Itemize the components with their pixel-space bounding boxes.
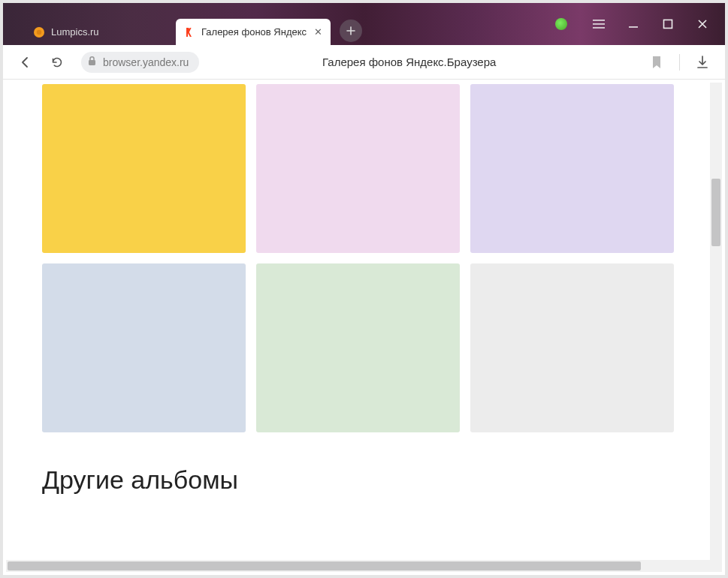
close-icon[interactable]: ✕ <box>313 27 323 38</box>
window-controls <box>555 3 725 45</box>
color-card[interactable] <box>470 263 674 432</box>
horizontal-scroll-thumb[interactable] <box>8 561 641 570</box>
page-title: Галерея фонов Яндекс.Браузера <box>216 56 633 68</box>
menu-icon[interactable] <box>591 17 606 32</box>
color-card[interactable] <box>470 84 674 253</box>
titlebar: Lumpics.ru Галерея фонов Яндекс ✕ <box>3 3 725 45</box>
tab-title: Галерея фонов Яндекс <box>201 26 307 38</box>
svg-point-1 <box>37 29 41 34</box>
url-text: browser.yandex.ru <box>103 56 189 68</box>
download-icon[interactable] <box>695 55 710 70</box>
back-button[interactable] <box>18 55 33 70</box>
tab-title: Lumpics.ru <box>51 26 168 38</box>
vertical-scrollbar[interactable] <box>710 83 722 560</box>
separator <box>679 54 680 71</box>
color-card[interactable] <box>256 263 460 432</box>
color-card[interactable] <box>42 84 246 253</box>
horizontal-scrollbar[interactable] <box>6 560 710 572</box>
viewport: Другие альбомы <box>6 83 710 560</box>
color-card[interactable] <box>256 84 460 253</box>
address-bar[interactable]: browser.yandex.ru <box>81 52 199 73</box>
tab-yandex-gallery[interactable]: Галерея фонов Яндекс ✕ <box>176 19 331 45</box>
extension-icon[interactable] <box>555 18 567 30</box>
toolbar-right <box>649 54 710 71</box>
lock-icon <box>87 56 97 68</box>
content-area: Другие альбомы <box>6 83 722 572</box>
section-heading: Другие альбомы <box>6 432 710 495</box>
color-grid <box>6 83 710 432</box>
bookmark-icon[interactable] <box>649 55 664 70</box>
svg-rect-3 <box>89 60 95 65</box>
scroll-corner <box>710 560 722 572</box>
vertical-scroll-thumb[interactable] <box>711 179 720 246</box>
svg-rect-2 <box>664 20 672 29</box>
toolbar: browser.yandex.ru Галерея фонов Яндекс.Б… <box>3 45 725 80</box>
maximize-button[interactable] <box>660 17 675 32</box>
yandex-favicon-icon <box>183 26 195 38</box>
reload-button[interactable] <box>50 55 65 70</box>
close-window-button[interactable] <box>695 17 710 32</box>
tabs-row: Lumpics.ru Галерея фонов Яндекс ✕ <box>3 3 362 45</box>
new-tab-button[interactable] <box>340 20 362 42</box>
tab-lumpics[interactable]: Lumpics.ru <box>26 19 176 45</box>
minimize-button[interactable] <box>626 17 641 32</box>
color-card[interactable] <box>42 263 246 432</box>
lumpics-favicon-icon <box>33 26 45 38</box>
